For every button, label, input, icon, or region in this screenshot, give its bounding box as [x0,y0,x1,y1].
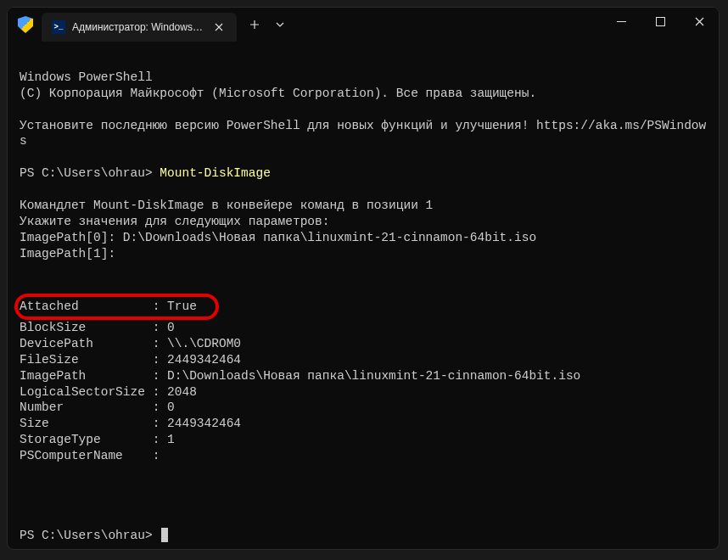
command-text: Mount-DiskImage [160,166,271,180]
devicepath-key: DevicePath [20,337,145,350]
minimize-button[interactable] [602,8,641,35]
install-message: Установите последнюю версию PowerShell д… [20,119,706,148]
terminal-output[interactable]: Windows PowerShell (C) Корпорация Майкро… [8,42,719,550]
titlebar: >_ Администратор: Windows Pc [8,8,719,42]
header-line-2: (C) Корпорация Майкрософт (Microsoft Cor… [20,87,536,100]
svg-rect-0 [617,21,626,22]
number-key: Number [20,400,145,414]
devicepath-value: \\.\CDROM0 [160,337,241,350]
close-window-button[interactable] [680,8,719,35]
pscomputer-key: PSComputerName [20,449,145,462]
imagepath-value: D:\Downloads\Новая папка\linuxmint-21-ci… [160,369,580,383]
cmdlet-line-3: ImagePath[0]: D:\Downloads\Новая папка\l… [20,231,536,244]
storagetype-value: 1 [160,433,174,446]
filesize-key: FileSize [20,353,145,367]
new-tab-button[interactable] [242,12,267,37]
number-value: 0 [160,400,174,414]
powershell-icon: >_ [52,20,65,34]
storagetype-key: StorageType [20,433,145,446]
cmdlet-line-4: ImagePath[1]: [20,247,115,260]
logicalsector-value: 2048 [160,385,197,399]
cmdlet-line-2: Укажите значения для следующих параметро… [20,215,329,228]
tab-title: Администратор: Windows Pc [72,21,203,33]
close-tab-icon[interactable] [211,20,227,35]
prompt-path-1: PS C:\Users\ohrau> [20,166,160,180]
terminal-window: >_ Администратор: Windows Pc Windows Pow… [7,7,720,550]
blocksize-key: BlockSize [20,321,145,334]
prompt-path-2: PS C:\Users\ohrau> [20,529,160,542]
header-line-1: Windows PowerShell [20,70,153,84]
size-key: Size [20,417,145,430]
imagepath-key: ImagePath [20,369,145,383]
size-value: 2449342464 [160,417,241,430]
cursor [161,528,168,542]
maximize-button[interactable] [641,8,680,35]
tab-active[interactable]: >_ Администратор: Windows Pc [42,13,237,42]
attached-key: Attached [20,300,145,313]
cmdlet-line-1: Командлет Mount-DiskImage в конвейере ко… [20,199,433,212]
window-controls [602,8,719,42]
blocksize-value: 0 [160,321,174,334]
logicalsector-key: LogicalSectorSize [20,385,145,399]
svg-rect-1 [656,17,664,25]
tab-dropdown-button[interactable] [267,12,293,37]
attached-value: True [160,300,197,313]
filesize-value: 2449342464 [160,353,241,367]
highlighted-row: Attached : True [14,294,219,320]
admin-shield-icon [18,16,33,33]
